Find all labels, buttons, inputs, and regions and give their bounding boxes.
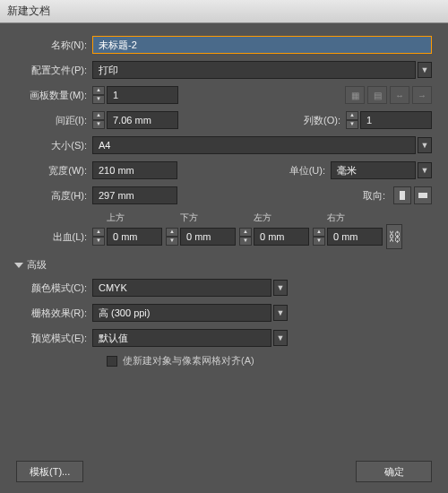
orient-landscape-icon[interactable] [414,186,432,204]
chevron-down-icon[interactable]: ▼ [273,305,288,321]
spacing-stepper[interactable]: ▲ ▼ [92,111,105,129]
titlebar: 新建文档 [0,0,448,23]
chevron-down-icon[interactable]: ▼ [273,280,288,296]
align-pixel-grid-label: 使新建对象与像素网格对齐(A) [123,354,254,368]
step-up-icon[interactable]: ▲ [346,111,358,120]
grid-by-row-icon: ▦ [345,86,365,104]
chevron-down-icon[interactable]: ▼ [418,62,432,78]
svg-rect-0 [400,191,405,200]
bleed-header-bottom: 下方 [180,212,254,224]
bleed-bottom-stepper[interactable]: ▲▼ [166,228,178,246]
raster-select[interactable]: 高 (300 ppi) [92,304,271,322]
label-profile: 配置文件(P): [16,64,92,77]
templates-button[interactable]: 模板(T)... [16,461,83,482]
bleed-right-stepper[interactable]: ▲▼ [313,228,325,246]
colormode-value: CMYK [99,282,127,293]
colormode-select[interactable]: CMYK [92,279,271,297]
label-size: 大小(S): [16,139,92,152]
profile-select[interactable]: 打印 [92,61,416,79]
height-input[interactable] [92,186,177,204]
bleed-header-right: 右方 [327,212,401,224]
chevron-down-icon[interactable]: ▼ [273,330,288,346]
width-input[interactable] [92,161,177,179]
size-select[interactable]: A4 [92,136,416,154]
advanced-section-toggle[interactable]: 高级 [16,258,432,272]
svg-rect-1 [418,193,427,198]
bleed-top-input[interactable] [107,228,162,246]
label-raster: 栅格效果(R): [16,307,92,320]
arrange-rtl-icon: → [412,86,432,104]
step-down-icon[interactable]: ▼ [92,95,105,104]
disclosure-triangle-icon [14,263,23,268]
chevron-down-icon[interactable]: ▼ [418,162,432,178]
artboards-input[interactable] [107,86,178,104]
step-up-icon[interactable]: ▲ [92,86,105,95]
units-select[interactable]: 毫米 [331,161,416,179]
label-colormode: 颜色模式(C): [16,281,92,295]
label-spacing: 间距(I): [16,114,92,127]
arrange-row-icon: ↔ [390,86,409,104]
advanced-label: 高级 [27,258,47,272]
bleed-left-input[interactable] [254,228,309,246]
step-down-icon[interactable]: ▼ [346,120,358,129]
chevron-down-icon[interactable]: ▼ [418,137,432,153]
align-pixel-grid-checkbox[interactable] [107,356,117,367]
name-input[interactable] [92,36,432,54]
step-up-icon[interactable]: ▲ [92,111,105,120]
bleed-left-stepper[interactable]: ▲▼ [239,228,252,246]
label-width: 宽度(W): [16,164,92,177]
dialog-body: 名称(N): 配置文件(P): 打印 ▼ 画板数量(M): ▲ ▼ ▦ ▤ ↔ … [0,23,448,493]
profile-value: 打印 [99,64,118,77]
size-value: A4 [99,140,110,151]
label-artboards: 画板数量(M): [16,89,92,102]
bleed-header-left: 左方 [254,212,327,224]
label-height: 高度(H): [16,189,92,203]
step-down-icon[interactable]: ▼ [92,120,105,129]
label-columns: 列数(O): [292,114,346,127]
columns-input[interactable] [360,111,432,129]
ok-button[interactable]: 确定 [356,461,432,482]
label-bleed: 出血(L): [16,230,92,244]
label-units: 单位(U): [277,164,331,177]
bleed-header-top: 上方 [107,212,180,224]
link-icon[interactable]: ⛓ [386,224,402,249]
bleed-top-stepper[interactable]: ▲▼ [92,228,105,246]
raster-value: 高 (300 ppi) [99,307,150,320]
label-orient: 取向: [337,189,391,203]
artboard-stepper[interactable]: ▲ ▼ [92,86,105,104]
spacing-input[interactable] [107,111,178,129]
bleed-bottom-input[interactable] [180,228,236,246]
label-preview: 预览模式(E): [16,332,92,345]
grid-by-col-icon: ▤ [367,86,387,104]
orient-portrait-icon[interactable] [393,186,411,204]
preview-value: 默认值 [99,332,128,345]
bleed-right-input[interactable] [327,228,383,246]
label-name: 名称(N): [16,39,92,52]
preview-select[interactable]: 默认值 [92,329,271,347]
columns-stepper[interactable]: ▲ ▼ [346,111,358,129]
units-value: 毫米 [337,164,357,177]
